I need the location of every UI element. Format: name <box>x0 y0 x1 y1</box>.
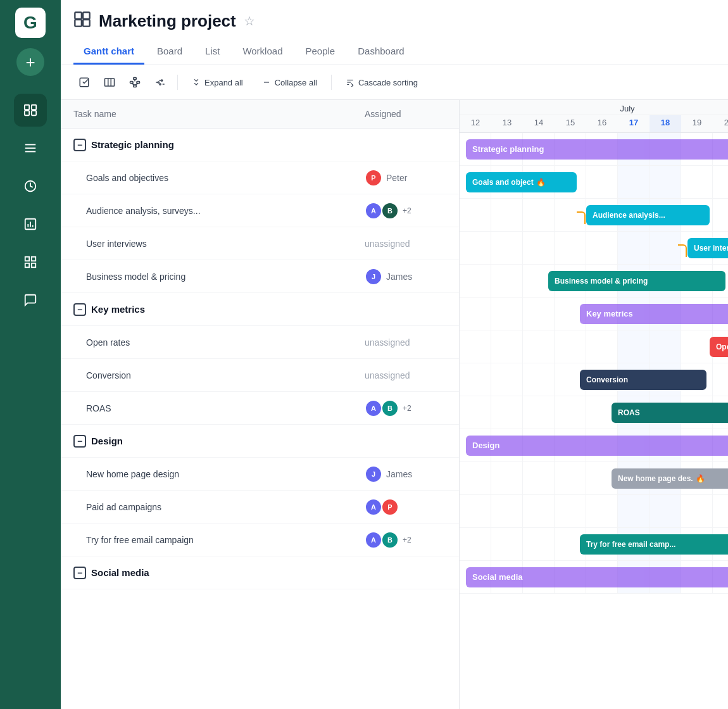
day-col <box>681 166 713 198</box>
group-toggle[interactable]: − <box>73 303 86 316</box>
tab-workload[interactable]: Workload <box>232 39 292 65</box>
chart-row-audience: Audience analysis... <box>460 199 728 232</box>
collapse-all-btn[interactable]: Collapse all <box>254 74 325 91</box>
sidebar-add-btn[interactable]: + <box>16 48 44 76</box>
unassigned-label: unassigned <box>365 337 410 348</box>
sidebar-list-btn[interactable] <box>14 132 47 165</box>
chart-row-roas: ROAS <box>460 396 728 429</box>
table-row[interactable]: − Social media <box>61 556 459 589</box>
tab-list[interactable]: List <box>195 39 230 65</box>
sidebar-time-btn[interactable] <box>14 170 47 203</box>
svg-rect-24 <box>134 78 137 80</box>
sidebar-projects-btn[interactable] <box>14 94 47 127</box>
sidebar: G + <box>0 0 61 709</box>
day-col <box>523 396 555 429</box>
bar-label: Conversion <box>586 375 628 384</box>
group-toggle[interactable]: − <box>73 567 86 579</box>
day-col <box>650 232 681 264</box>
group-label: Strategic planning <box>91 139 174 150</box>
chart-icon[interactable] <box>149 72 171 93</box>
task-name-cell: User interviews <box>61 232 352 255</box>
fire-icon: 🔥 <box>536 178 546 187</box>
nav-tabs: Gantt chart Board List Workload People D… <box>73 39 715 65</box>
gantt-bar-goals[interactable]: Goals and object 🔥 <box>466 172 577 192</box>
chart-row-goals: Goals and object 🔥 <box>460 166 728 199</box>
columns-icon[interactable] <box>99 72 120 93</box>
day-col <box>491 330 523 363</box>
table-row[interactable]: New home page design J James <box>61 458 459 491</box>
day-col <box>523 363 555 396</box>
header: Marketing project ☆ Gantt chart Board Li… <box>61 0 728 65</box>
table-row[interactable]: − Strategic planning <box>61 129 459 161</box>
day-col <box>618 232 650 264</box>
gantt-bar-business[interactable]: Business model & pricing <box>548 271 725 291</box>
bar-label: Key metrics <box>586 309 633 318</box>
gantt-bar-social-media[interactable]: Social media <box>466 567 728 587</box>
avatar: J <box>365 268 382 285</box>
task-name-cell: Conversion <box>61 364 352 387</box>
table-row[interactable]: User interviews unassigned <box>61 227 459 260</box>
group-toggle[interactable]: − <box>73 139 86 151</box>
chart-panel: July 12 13 14 15 16 17 18 19 20 21 <box>460 100 728 709</box>
svg-rect-19 <box>83 20 90 26</box>
expand-all-btn[interactable]: Expand all <box>184 74 251 91</box>
gantt-bar-try-free[interactable]: Try for free email camp... <box>580 534 728 555</box>
tab-gantt[interactable]: Gantt chart <box>73 39 144 65</box>
gantt-bar-key-metrics[interactable]: Key metrics <box>580 304 728 324</box>
structure-icon[interactable] <box>124 72 146 93</box>
gantt-bar-home-design[interactable]: New home page des. 🔥 <box>612 468 728 489</box>
table-row[interactable]: Goals and objectives P Peter <box>61 161 459 194</box>
assigned-cell <box>352 435 459 448</box>
gantt-bar-strategic[interactable]: Strategic planning <box>466 139 728 160</box>
gantt-inner: Task name Assigned − Strategic planning … <box>61 100 728 709</box>
cascade-sort-btn[interactable]: Cascade sorting <box>338 74 425 91</box>
project-title: Marketing project <box>99 11 236 31</box>
sidebar-messages-btn[interactable] <box>14 284 47 317</box>
favorite-star[interactable]: ☆ <box>244 13 255 28</box>
svg-rect-20 <box>80 78 89 87</box>
gantt-bar-open-rates[interactable]: Open rates <box>710 337 728 357</box>
gantt-bar-design[interactable]: Design <box>466 436 728 456</box>
gantt-bar-audience[interactable]: Audience analysis... <box>586 205 710 225</box>
chart-row-design: Design <box>460 429 728 462</box>
main-content: Marketing project ☆ Gantt chart Board Li… <box>61 0 728 709</box>
svg-rect-0 <box>25 105 29 110</box>
day-18: 18 <box>650 115 681 132</box>
table-row[interactable]: Open rates unassigned <box>61 326 459 359</box>
app-logo[interactable]: G <box>15 8 46 38</box>
assigned-cell <box>352 139 459 151</box>
assigned-cell: A B +2 <box>352 393 459 424</box>
table-row[interactable]: Paid ad campaigns A P <box>61 491 459 524</box>
table-row[interactable]: − Key metrics <box>61 293 459 326</box>
group-toggle[interactable]: − <box>73 435 86 448</box>
day-col <box>650 330 681 363</box>
gantt-bar-roas[interactable]: ROAS <box>612 403 728 423</box>
col-assigned: Assigned <box>352 100 459 128</box>
table-row[interactable]: Business model & pricing J James <box>61 260 459 293</box>
avatar: A <box>365 399 382 417</box>
day-col <box>460 528 491 560</box>
sidebar-grid-btn[interactable] <box>14 246 47 279</box>
table-row[interactable]: ROAS A B +2 <box>61 392 459 425</box>
checkbox-icon[interactable] <box>73 72 95 93</box>
table-row[interactable]: Try for free email campaign A B +2 <box>61 524 459 556</box>
sidebar-reports-btn[interactable] <box>14 208 47 241</box>
tab-board[interactable]: Board <box>147 39 192 65</box>
table-row[interactable]: − Design <box>61 425 459 458</box>
day-col <box>650 166 681 198</box>
chart-header: July 12 13 14 15 16 17 18 19 20 21 <box>460 100 728 133</box>
gantt-bar-conversion[interactable]: Conversion <box>580 370 706 390</box>
gantt-bar-user-interviews[interactable]: User interview <box>687 238 728 258</box>
task-name-cell: Open rates <box>61 331 352 354</box>
task-panel: Task name Assigned − Strategic planning … <box>61 100 460 709</box>
day-col <box>523 199 555 231</box>
table-row[interactable]: Audience analysis, surveys... A B +2 <box>61 194 459 227</box>
dep-connector <box>577 211 586 224</box>
tab-dashboard[interactable]: Dashboard <box>348 39 414 65</box>
svg-rect-16 <box>75 13 81 20</box>
day-col <box>555 232 586 264</box>
tab-people[interactable]: People <box>295 39 345 65</box>
table-row[interactable]: Conversion unassigned <box>61 359 459 392</box>
day-col <box>460 298 491 330</box>
unassigned-label: unassigned <box>365 239 410 249</box>
